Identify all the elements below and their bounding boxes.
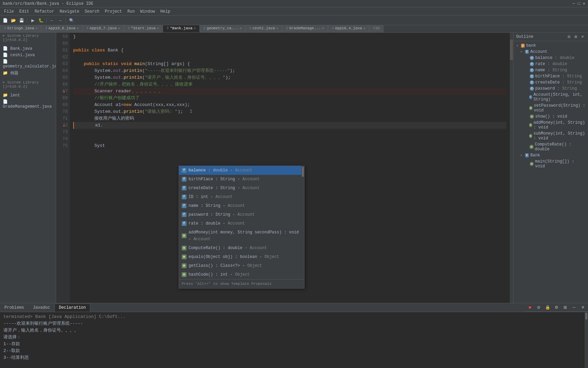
tree-method-constructor[interactable]: ▸ C Account(String, int, String) (513, 92, 588, 103)
bottom-scroll-lock[interactable]: 🔒 (544, 304, 551, 311)
code-line-68: //银行账户创建成功了 (73, 95, 506, 102)
ac-item-name[interactable]: f name : String - Account (179, 201, 304, 210)
ac-item-balance[interactable]: f balance : double - Account (179, 166, 304, 175)
tree-field-balance[interactable]: ▸ f balance : double (513, 55, 588, 61)
expand-icon: ▾ (520, 153, 524, 157)
bottom-minimize[interactable]: ─ (570, 304, 578, 311)
bottom-close[interactable]: ✕ (579, 304, 587, 311)
tab-stringA[interactable]: J StringA.java ✕ (0, 25, 41, 32)
tab-bank[interactable]: J *Bank.java ✕ (163, 25, 199, 32)
left-sidebar: ⊳ System Library [jre10.0.2] 📄 Bank.java… (0, 33, 56, 303)
toolbar-separator-1 (27, 18, 27, 23)
autocomplete-dropdown[interactable]: f balance : double - Account f birthPlac… (179, 166, 305, 289)
sidebar-lent[interactable]: 📁 lent (0, 92, 56, 98)
window-minimize[interactable]: ─ (572, 1, 575, 6)
sidebar-system-lib2[interactable]: ⊳ System Library [jre10.0.2] (0, 79, 56, 89)
code-line-63: public static void main(String[] args) { (73, 61, 506, 67)
menu-search[interactable]: Search (82, 9, 102, 15)
toolbar-search[interactable]: 🔍 (68, 17, 75, 24)
tab-app107[interactable]: J App10_7.java ✕ (83, 25, 124, 32)
ac-item-addmoney[interactable]: m addMoney(int money, String secondPass)… (179, 228, 304, 244)
outline-expand[interactable]: ⊞ (573, 34, 578, 40)
constructor-icon: C (529, 95, 532, 99)
tree-field-rate[interactable]: ▸ f rate : double (513, 61, 588, 67)
ac-item-equals[interactable]: m equals(Object obj) : boolean - Object (179, 252, 304, 261)
toolbar-open[interactable]: 📂 (10, 17, 17, 24)
tab-app104[interactable]: J App10_4.java ✕ (328, 25, 369, 32)
ac-item-id[interactable]: f ID : int - Account (179, 193, 304, 201)
ac-item-birthplace[interactable]: f birthPlace : String - Account (179, 175, 304, 184)
tree-account-class[interactable]: ▾ C Account (513, 49, 588, 55)
tab-javadoc[interactable]: Javadoc (29, 304, 54, 312)
tab-problems[interactable]: Problems (0, 304, 29, 312)
outline-close[interactable]: ✕ (580, 34, 585, 40)
tree-bank-package[interactable]: ▾ p bank (513, 43, 588, 49)
outline-collapse[interactable]: ⊟ (566, 34, 572, 40)
ac-item-createdate[interactable]: f createDate : String - Account (179, 184, 304, 193)
tab-grademanage[interactable]: J GradeManage... ✕ (282, 25, 328, 32)
menu-run[interactable]: Run (125, 9, 137, 15)
tab-declaration[interactable]: Declaration (54, 304, 90, 312)
editor-vscroll[interactable] (510, 33, 513, 303)
toolbar-forward[interactable]: → (56, 17, 64, 24)
toolbar-new[interactable]: 📄 (1, 17, 9, 24)
ac-item-hashcode[interactable]: m hashCode() : int - Object (179, 270, 304, 279)
menu-edit[interactable]: Edit (17, 9, 32, 15)
menu-help[interactable]: Help (158, 9, 173, 15)
menu-project[interactable]: Project (102, 9, 125, 15)
tab-geometry[interactable]: J geometry_ca... ✕ (200, 25, 245, 32)
menu-navigate[interactable]: Navigate (57, 9, 82, 15)
code-line-61: public class Bank { (73, 47, 506, 54)
tab-app106[interactable]: J App10_6.java ✕ (41, 25, 82, 32)
window-maximize[interactable]: □ (578, 1, 580, 6)
tree-field-password[interactable]: ▸ f password : String (513, 86, 588, 92)
toolbar-run[interactable]: ▶ (29, 17, 36, 24)
ac-field-icon: f (182, 212, 186, 217)
tree-method-submoney[interactable]: ▸ m subMoney(int, String) : void (513, 131, 588, 141)
ac-item-computerate[interactable]: m ComputeRate() : double - Account (179, 244, 304, 252)
console-vscroll[interactable] (585, 312, 588, 368)
code-area[interactable]: } public class Bank { public static void… (70, 33, 510, 303)
package-icon: p (521, 44, 525, 48)
autocomplete-scrollbar[interactable] (301, 166, 304, 279)
ac-item-rate[interactable]: f rate : double - Account (179, 219, 304, 228)
sidebar-system-lib[interactable]: ⊳ System Library [jre10.0.2] (0, 33, 56, 43)
menu-file[interactable]: File (1, 9, 17, 15)
tree-field-birthplace[interactable]: ▸ f birthPlace : String (513, 73, 588, 79)
tab-more[interactable]: +30 (369, 25, 383, 32)
sidebar-ceshi-java[interactable]: 📄 ceshi.java (0, 52, 56, 58)
tree-method-addmoney[interactable]: ▸ m addMoney(int, String) : void (513, 120, 588, 131)
bottom-maximize[interactable]: ⊞ (561, 304, 569, 311)
editor-area: 59 60 61 62 63 64 65 66 ●67 68 69 70 71 … (56, 33, 513, 303)
tree-method-setpassword[interactable]: ▸ m setPassword(String) : void (513, 103, 588, 113)
bottom-tabs: Problems Javadoc Declaration ■ ⊘ 🔒 ⚙ ⊞ ─… (0, 303, 588, 312)
tree-method-main[interactable]: ▸ m main(String[]) : void (513, 158, 588, 169)
sidebar-examples[interactable]: 📁 例题 (0, 70, 56, 77)
autocomplete-footer: Press 'Alt+/' to show Template Proposals (179, 279, 304, 288)
window-close[interactable]: ✕ (583, 1, 585, 6)
toolbar-back[interactable]: ← (48, 17, 56, 24)
ac-field-icon: f (182, 203, 186, 208)
ac-item-getclass[interactable]: m getClass() : Class<?> - Object (179, 261, 304, 270)
bottom-clear[interactable]: ⊘ (535, 304, 542, 311)
tree-field-createdate[interactable]: ▸ f createDate : String (513, 79, 588, 86)
toolbar-save[interactable]: 💾 (18, 17, 25, 24)
menu-refactor[interactable]: Refactor (32, 9, 57, 15)
tree-method-show[interactable]: ▸ m show() : void (513, 113, 588, 120)
ac-item-password[interactable]: f password : String - Account (179, 210, 304, 219)
tab-start[interactable]: J *Start.java ✕ (124, 25, 163, 32)
tab-ceshi[interactable]: J ceshi.java ✕ (245, 25, 282, 32)
ac-field-icon: f (182, 195, 186, 199)
tree-bank-class[interactable]: ▾ C Bank (513, 152, 588, 158)
sidebar-bank-java[interactable]: 📄 Bank.java (0, 45, 56, 52)
bottom-stop[interactable]: ■ (526, 304, 534, 311)
sidebar-geometry-java[interactable]: 📄 geometry_calculator.java (0, 58, 56, 70)
menu-window[interactable]: Window (137, 9, 158, 15)
tree-field-name[interactable]: ▸ f name : String (513, 67, 588, 73)
toolbar-debug[interactable]: 🐛 (37, 17, 45, 24)
field-icon: f (530, 87, 534, 91)
code-line-73 (73, 129, 506, 136)
tree-method-computerate[interactable]: ▸ m ComputeRate() : double (513, 141, 588, 152)
sidebar-grademanage[interactable]: 📄 GradeManagement.java (0, 98, 56, 110)
bottom-settings[interactable]: ⚙ (553, 304, 560, 311)
